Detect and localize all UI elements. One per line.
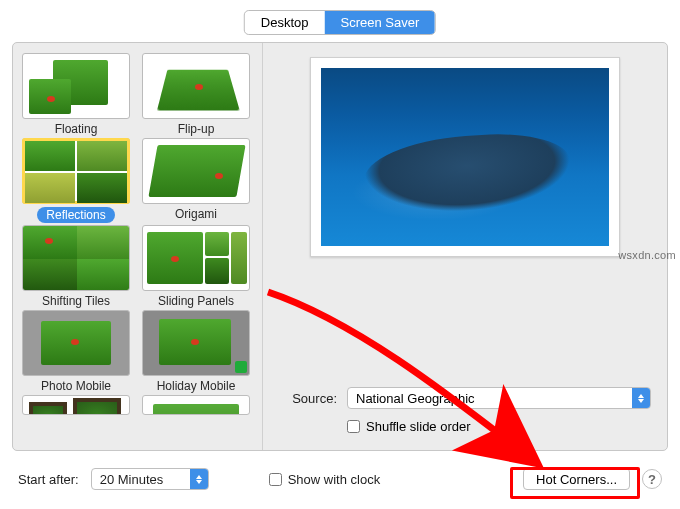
saver-label: Reflections [37, 207, 114, 223]
updown-icon [190, 469, 208, 489]
saver-label: Holiday Mobile [157, 379, 236, 393]
thumbnail-icon [22, 310, 130, 376]
saver-label: Origami [175, 207, 217, 221]
start-after-value: 20 Minutes [100, 472, 164, 487]
source-label: Source: [279, 391, 337, 406]
source-value: National Geographic [356, 391, 475, 406]
show-with-clock-checkbox[interactable]: Show with clock [269, 472, 380, 487]
help-button[interactable]: ? [642, 469, 662, 489]
screen-saver-preview[interactable] [310, 57, 620, 257]
thumbnail-icon [22, 138, 130, 204]
thumbnail-icon [142, 53, 250, 119]
screen-saver-list[interactable]: Floating Flip-up Reflections [13, 43, 263, 450]
shuffle-checkbox[interactable]: Shuffle slide order [347, 419, 471, 434]
source-popup[interactable]: National Geographic [347, 387, 651, 409]
checkbox-icon[interactable] [269, 473, 282, 486]
tab-desktop[interactable]: Desktop [245, 11, 325, 34]
checkbox-icon[interactable] [347, 420, 360, 433]
start-after-label: Start after: [18, 472, 79, 487]
tab-segmented-control: Desktop Screen Saver [244, 10, 436, 35]
tab-screen-saver[interactable]: Screen Saver [324, 11, 435, 34]
saver-item-sliding-panels[interactable]: Sliding Panels [141, 225, 251, 308]
thumbnail-icon [22, 225, 130, 291]
saver-item-partial[interactable] [21, 395, 131, 415]
content-pane: Floating Flip-up Reflections [12, 42, 668, 451]
saver-item-partial[interactable] [141, 395, 251, 415]
updown-icon [632, 388, 650, 408]
saver-item-shifting-tiles[interactable]: Shifting Tiles [21, 225, 131, 308]
saver-label: Floating [55, 122, 98, 136]
shuffle-label: Shuffle slide order [366, 419, 471, 434]
saver-item-holiday-mobile[interactable]: Holiday Mobile [141, 310, 251, 393]
thumbnail-icon [142, 395, 250, 415]
saver-item-floating[interactable]: Floating [21, 53, 131, 136]
screen-saver-pref-pane: Desktop Screen Saver Floating Flip-up [0, 0, 680, 509]
thumbnail-icon [22, 395, 130, 415]
thumbnail-icon [22, 53, 130, 119]
bottom-bar: Start after: 20 Minutes Show with clock … [18, 463, 662, 495]
saver-label: Flip-up [178, 122, 215, 136]
thumbnail-icon [142, 225, 250, 291]
watermark: wsxdn.com [618, 249, 676, 261]
hot-corners-button[interactable]: Hot Corners... [523, 468, 630, 490]
start-after-popup[interactable]: 20 Minutes [91, 468, 209, 490]
show-clock-label: Show with clock [288, 472, 380, 487]
preview-panel: Source: National Geographic Shuffle slid… [263, 43, 667, 450]
saver-item-photo-mobile[interactable]: Photo Mobile [21, 310, 131, 393]
thumbnail-icon [142, 138, 250, 204]
saver-label: Shifting Tiles [42, 294, 110, 308]
saver-label: Photo Mobile [41, 379, 111, 393]
saver-item-reflections[interactable]: Reflections [21, 138, 131, 223]
saver-label: Sliding Panels [158, 294, 234, 308]
saver-item-flip-up[interactable]: Flip-up [141, 53, 251, 136]
thumbnail-icon [142, 310, 250, 376]
saver-item-origami[interactable]: Origami [141, 138, 251, 223]
source-controls: Source: National Geographic Shuffle slid… [277, 387, 653, 450]
preview-image [321, 68, 609, 246]
